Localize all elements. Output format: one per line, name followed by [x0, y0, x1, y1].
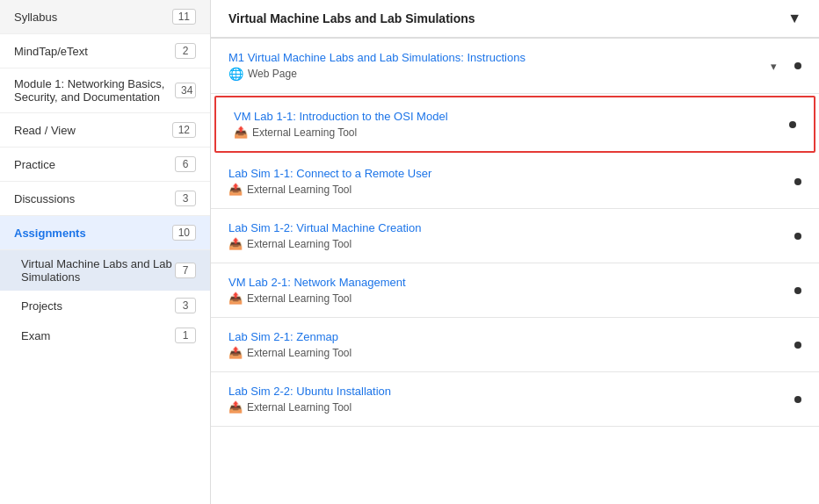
- content-item-lab-sim-1-1[interactable]: Lab Sim 1-1: Connect to a Remote User 📤 …: [211, 155, 819, 209]
- item-title[interactable]: M1 Virtual Machine Labs and Lab Simulati…: [228, 51, 771, 64]
- sidebar-item-label: MindTap/eText: [14, 45, 88, 58]
- item-type: External Learning Tool: [247, 238, 352, 250]
- completion-dot: [794, 178, 801, 185]
- sidebar-badge: 3: [175, 298, 196, 313]
- sidebar-badge: 10: [172, 225, 196, 241]
- sidebar-item-discussions[interactable]: Discussions 3: [0, 182, 210, 216]
- sidebar-item-exam[interactable]: Exam 1: [0, 320, 210, 350]
- item-meta: 📤 External Learning Tool: [234, 126, 789, 139]
- completion-dot: [794, 342, 801, 349]
- item-left: Lab Sim 2-2: Ubuntu Installation 📤 Exter…: [228, 385, 794, 414]
- sub-item-label: Projects: [21, 299, 62, 313]
- main-header: Virtual Machine Labs and Lab Simulations…: [211, 0, 819, 39]
- item-left: Lab Sim 2-1: Zenmap 📤 External Learning …: [228, 330, 794, 359]
- completion-dot: [794, 287, 801, 294]
- collapse-icon[interactable]: ▼: [787, 11, 801, 26]
- item-left: VM Lab 2-1: Network Management 📤 Externa…: [228, 276, 794, 305]
- sidebar-item-label: Discussions: [14, 192, 75, 205]
- sidebar-item-label: Module 1: Networking Basics, Security, a…: [14, 77, 175, 104]
- item-left: Lab Sim 1-2: Virtual Machine Creation 📤 …: [228, 221, 794, 250]
- sidebar-badge: 2: [175, 43, 196, 59]
- sidebar-badge: 3: [175, 191, 196, 206]
- sidebar-badge: 11: [172, 9, 196, 25]
- item-title[interactable]: VM Lab 1-1: Introduction to the OSI Mode…: [234, 110, 789, 123]
- item-meta: 📤 External Learning Tool: [228, 346, 794, 359]
- item-title[interactable]: VM Lab 2-1: Network Management: [228, 276, 794, 289]
- sidebar-badge: 12: [172, 122, 196, 138]
- item-right: ▾: [771, 60, 801, 73]
- chevron-down-icon[interactable]: ▾: [771, 60, 777, 73]
- external-tool-icon: 📤: [228, 292, 243, 305]
- sidebar-item-module1[interactable]: Module 1: Networking Basics, Security, a…: [0, 68, 210, 113]
- item-type: External Learning Tool: [247, 292, 352, 305]
- external-tool-icon: 📤: [234, 126, 248, 139]
- content-item-m1-instructions[interactable]: M1 Virtual Machine Labs and Lab Simulati…: [211, 39, 819, 94]
- sidebar-item-projects[interactable]: Projects 3: [0, 291, 210, 320]
- sidebar-badge: 7: [175, 263, 196, 278]
- content-item-vm-lab-1-1[interactable]: VM Lab 1-1: Introduction to the OSI Mode…: [214, 96, 815, 153]
- item-meta: 📤 External Learning Tool: [228, 183, 794, 196]
- sidebar-badge: 1: [175, 328, 196, 343]
- item-type: External Learning Tool: [247, 401, 352, 414]
- sidebar-item-label: Read / View: [14, 124, 76, 137]
- sidebar-item-practice[interactable]: Practice 6: [0, 148, 210, 182]
- sidebar-item-syllabus[interactable]: Syllabus 11: [0, 0, 210, 34]
- sidebar: Syllabus 11 MindTap/eText 2 Module 1: Ne…: [0, 0, 211, 504]
- item-meta: 📤 External Learning Tool: [228, 237, 794, 250]
- completion-dot: [789, 121, 796, 128]
- item-title[interactable]: Lab Sim 1-1: Connect to a Remote User: [228, 167, 794, 180]
- item-title[interactable]: Lab Sim 1-2: Virtual Machine Creation: [228, 221, 794, 234]
- sidebar-item-label: Practice: [14, 158, 55, 171]
- sub-item-label: Virtual Machine Labs and Lab Simulations: [21, 257, 175, 284]
- item-type: External Learning Tool: [247, 184, 352, 196]
- sidebar-item-readview[interactable]: Read / View 12: [0, 113, 210, 148]
- sub-item-label: Exam: [21, 329, 50, 342]
- external-tool-icon: 📤: [228, 400, 243, 414]
- item-left: VM Lab 1-1: Introduction to the OSI Mode…: [234, 110, 789, 139]
- sidebar-item-label: Syllabus: [14, 11, 57, 24]
- item-meta: 📤 External Learning Tool: [228, 292, 794, 305]
- globe-icon: 🌐: [228, 67, 243, 81]
- sidebar-item-assignments[interactable]: Assignments 10: [0, 216, 210, 250]
- external-tool-icon: 📤: [228, 237, 243, 250]
- main-header-title: Virtual Machine Labs and Lab Simulations: [228, 11, 475, 25]
- content-item-lab-sim-2-1[interactable]: Lab Sim 2-1: Zenmap 📤 External Learning …: [211, 318, 819, 372]
- content-item-lab-sim-1-2[interactable]: Lab Sim 1-2: Virtual Machine Creation 📤 …: [211, 209, 819, 263]
- main-content: Virtual Machine Labs and Lab Simulations…: [211, 0, 819, 504]
- item-type: External Learning Tool: [252, 126, 357, 139]
- content-item-lab-sim-2-2[interactable]: Lab Sim 2-2: Ubuntu Installation 📤 Exter…: [211, 372, 819, 427]
- item-meta: 🌐 Web Page: [228, 67, 771, 81]
- sidebar-item-vm-labs[interactable]: Virtual Machine Labs and Lab Simulations…: [0, 250, 210, 291]
- completion-dot: [794, 233, 801, 240]
- item-type: External Learning Tool: [247, 347, 352, 359]
- item-meta: 📤 External Learning Tool: [228, 400, 794, 414]
- sidebar-badge: 34: [175, 83, 196, 98]
- sidebar-item-mindtap[interactable]: MindTap/eText 2: [0, 34, 210, 68]
- item-title[interactable]: Lab Sim 2-2: Ubuntu Installation: [228, 385, 794, 398]
- content-item-vm-lab-2-1[interactable]: VM Lab 2-1: Network Management 📤 Externa…: [211, 263, 819, 318]
- content-list: M1 Virtual Machine Labs and Lab Simulati…: [211, 39, 819, 427]
- external-tool-icon: 📤: [228, 183, 243, 196]
- sidebar-badge: 6: [175, 156, 196, 172]
- item-type: Web Page: [248, 68, 297, 80]
- completion-dot: [794, 396, 801, 403]
- external-tool-icon: 📤: [228, 346, 243, 359]
- item-left: Lab Sim 1-1: Connect to a Remote User 📤 …: [228, 167, 794, 196]
- item-title[interactable]: Lab Sim 2-1: Zenmap: [228, 330, 794, 343]
- sidebar-item-label: Assignments: [14, 227, 86, 240]
- completion-dot: [794, 62, 801, 69]
- item-left: M1 Virtual Machine Labs and Lab Simulati…: [228, 51, 771, 81]
